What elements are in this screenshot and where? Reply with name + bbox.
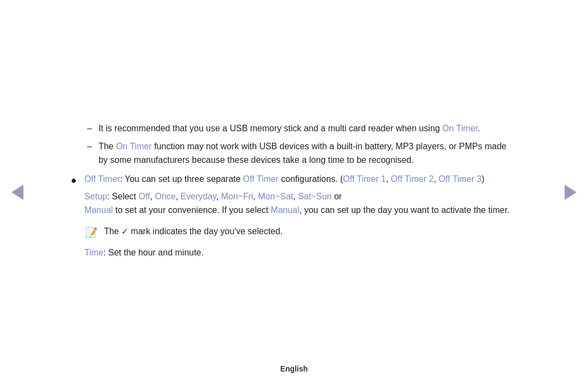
note-text: The ✓ mark indicates the day you've sele…	[104, 225, 283, 239]
bullet-dot: ●	[71, 173, 77, 188]
dash-icon: –	[87, 122, 92, 136]
mon-sat-link[interactable]: Mon~Sat	[258, 192, 293, 201]
time-line: Time: Set the hour and minute.	[84, 246, 517, 260]
off-timer-link-1[interactable]: Off Timer	[84, 174, 120, 184]
sub-item-2-text: The On Timer function may not work with …	[99, 140, 517, 167]
dash-icon: –	[87, 140, 92, 154]
setup-link[interactable]: Setup	[84, 192, 107, 201]
content-area: – It is recommended that you use a USB m…	[60, 106, 528, 278]
list-item: – It is recommended that you use a USB m…	[87, 122, 517, 136]
off-timer-3-link[interactable]: Off Timer 3	[439, 174, 482, 184]
off-link[interactable]: Off	[139, 192, 150, 201]
mon-fri-link[interactable]: Mon~Fri	[221, 192, 253, 201]
manual-link-2[interactable]: Manual	[271, 205, 299, 215]
off-timer-link-2[interactable]: Off Timer	[243, 174, 279, 184]
right-arrow-icon	[565, 185, 577, 200]
on-timer-link-2[interactable]: On Timer	[116, 142, 152, 151]
setup-line: Setup: Select Off, Once, Everyday, Mon~F…	[84, 190, 517, 204]
next-page-button[interactable]	[563, 185, 578, 200]
checkmark-icon: ✓	[121, 227, 128, 236]
footer-label: English	[280, 364, 308, 373]
prev-page-button[interactable]	[10, 185, 25, 200]
off-timer-2-link[interactable]: Off Timer 2	[391, 174, 434, 184]
off-timer-line: Off Timer: You can set up three separate…	[84, 173, 517, 186]
manual-line: Manual to set at your convenience. If yo…	[84, 204, 517, 217]
left-arrow-icon	[11, 185, 23, 200]
note-icon: 📝	[85, 225, 97, 241]
on-timer-link-1[interactable]: On Timer	[442, 124, 477, 133]
main-bullet-list: ● Off Timer: You can set up three separa…	[71, 173, 517, 260]
main-item-content: Off Timer: You can set up three separate…	[84, 173, 517, 260]
manual-link-1[interactable]: Manual	[84, 205, 113, 215]
page-container: – It is recommended that you use a USB m…	[0, 0, 588, 384]
once-link[interactable]: Once	[155, 192, 175, 201]
note-block: 📝 The ✓ mark indicates the day you've se…	[85, 225, 517, 241]
sub-bullet-list: – It is recommended that you use a USB m…	[87, 122, 517, 167]
time-link[interactable]: Time	[84, 248, 103, 257]
sub-item-1-text: It is recommended that you use a USB mem…	[99, 122, 517, 136]
everyday-link[interactable]: Everyday	[181, 192, 217, 201]
sat-sun-link[interactable]: Sat~Sun	[298, 192, 332, 201]
list-item: – The On Timer function may not work wit…	[87, 140, 517, 167]
list-item: ● Off Timer: You can set up three separa…	[71, 173, 517, 260]
off-timer-1-link[interactable]: Off Timer 1	[343, 174, 386, 184]
